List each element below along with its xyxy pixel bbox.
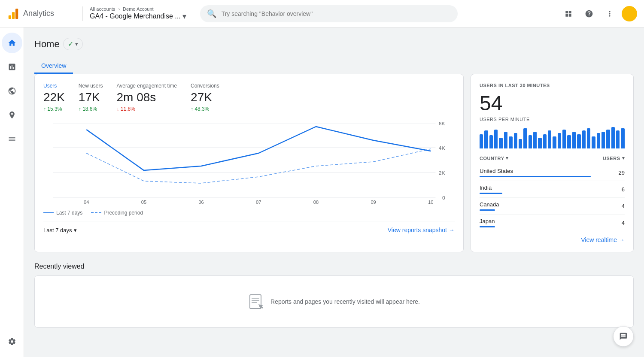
mini-bar (553, 136, 556, 148)
analytics-card: Users 22K ↑ 15.3% New users 17K ↑ 18.6% … (34, 74, 464, 252)
svg-text:10: 10 (428, 200, 434, 205)
tab-overview[interactable]: Overview (34, 59, 73, 74)
account-dropdown-icon: ▾ (182, 12, 186, 21)
view-reports-arrow: → (449, 227, 455, 233)
svg-text:06: 06 (198, 200, 204, 205)
country-row: Canada 4 (480, 198, 625, 215)
country-row-flex: Japan 4 (480, 218, 625, 227)
time-selector[interactable]: Last 7 days ▾ (43, 227, 77, 233)
metric-engagement-label: Average engagement time (117, 83, 177, 89)
metric-users[interactable]: Users 22K ↑ 15.3% (43, 83, 65, 112)
mini-bar (538, 138, 541, 148)
sidebar-item-home[interactable] (2, 33, 22, 53)
mini-bar (587, 128, 590, 148)
grid-view-button[interactable] (560, 5, 577, 22)
sidebar (0, 27, 24, 357)
sidebar-item-configure[interactable] (2, 129, 22, 149)
header-actions (560, 5, 637, 22)
tab-bar: Overview (34, 59, 634, 74)
mini-bar (601, 132, 605, 148)
main-content: Home ✓ ▾ Overview Users 22K ↑ 15.3% (24, 27, 644, 357)
mini-bar (499, 138, 502, 148)
metric-users-change: ↑ 15.3% (43, 106, 65, 112)
svg-text:Nov: Nov (82, 204, 91, 205)
country-bar (480, 176, 591, 177)
country-bar (480, 226, 495, 227)
country-count: 6 (622, 186, 625, 193)
mini-bar (548, 130, 551, 148)
sidebar-item-explore[interactable] (2, 81, 22, 101)
legend-solid: Last 7 days (43, 210, 82, 216)
mini-bar (509, 136, 512, 148)
metric-conversions-value: 27K (191, 91, 219, 104)
metric-engagement[interactable]: Average engagement time 2m 08s ↓ 11.8% (117, 83, 177, 112)
account-selector[interactable]: All accounts › Demo Account GA4 - Google… (82, 6, 186, 21)
sidebar-item-settings[interactable] (2, 331, 22, 352)
metric-conversions-label: Conversions (191, 83, 219, 89)
svg-text:0: 0 (442, 195, 445, 200)
mini-bar (514, 133, 517, 148)
country-table: United States 29 India 6 Canada 4 Japan (480, 164, 625, 231)
mini-bar (621, 128, 624, 148)
status-badge[interactable]: ✓ ▾ (63, 38, 83, 50)
more-options-button[interactable] (601, 5, 618, 22)
country-table-header: COUNTRY ▾ USERS ▾ (480, 155, 625, 161)
metric-new-users-label: New users (79, 83, 103, 89)
help-button[interactable] (580, 5, 598, 22)
country-name: United States (480, 168, 619, 174)
metric-engagement-change: ↓ 11.8% (117, 106, 177, 112)
mini-bar (494, 130, 498, 148)
mini-bar (562, 130, 566, 148)
metrics-row: Users 22K ↑ 15.3% New users 17K ↑ 18.6% … (43, 83, 455, 112)
svg-rect-0 (9, 15, 11, 18)
svg-text:4K: 4K (439, 145, 445, 151)
country-count: 29 (619, 169, 625, 176)
svg-rect-2 (15, 9, 18, 19)
country-name: Canada (480, 201, 622, 208)
recently-viewed-card: Reports and pages you recently visited w… (34, 275, 634, 328)
mini-bar (523, 128, 527, 148)
users-dropdown[interactable]: USERS ▾ (603, 155, 625, 161)
country-name: Japan (480, 218, 622, 224)
realtime-subtitle: USERS PER MINUTE (480, 117, 625, 122)
legend-dashed: Preceding period (91, 210, 143, 216)
mini-bar (577, 134, 580, 148)
page-title: Home (34, 39, 60, 50)
app-title: Analytics (23, 9, 54, 18)
country-dropdown[interactable]: COUNTRY ▾ (480, 155, 509, 161)
mini-bar (558, 133, 561, 148)
avatar[interactable] (622, 6, 637, 21)
country-bar (480, 209, 495, 211)
search-bar[interactable]: 🔍 (200, 5, 458, 22)
realtime-count: 54 (480, 91, 625, 115)
page-title-area: Home ✓ ▾ (34, 38, 83, 50)
view-reports-link[interactable]: View reports snapshot → (388, 227, 455, 233)
legend-dashed-line (91, 212, 101, 213)
country-row: India 6 (480, 181, 625, 198)
property-name[interactable]: GA4 - Google Merchandise ... ▾ (90, 12, 186, 21)
cards-row: Users 22K ↑ 15.3% New users 17K ↑ 18.6% … (34, 74, 634, 252)
app-header: Analytics All accounts › Demo Account GA… (0, 0, 644, 27)
svg-text:6K: 6K (439, 121, 445, 126)
search-input[interactable] (222, 10, 451, 17)
svg-text:05: 05 (141, 200, 147, 205)
view-realtime-link[interactable]: View realtime → (581, 236, 625, 243)
svg-text:07: 07 (256, 200, 261, 205)
card-footer: Last 7 days ▾ View reports snapshot → (43, 221, 455, 233)
logo-area: Analytics (7, 7, 76, 20)
country-bar (480, 193, 502, 194)
realtime-title: USERS IN LAST 30 MINUTES (480, 83, 625, 88)
empty-state: Reports and pages you recently visited w… (248, 293, 420, 310)
metric-new-users[interactable]: New users 17K ↑ 18.6% (79, 83, 103, 112)
chart-legend: Last 7 days Preceding period (43, 210, 455, 216)
metric-conversions[interactable]: Conversions 27K ↑ 48.3% (191, 83, 219, 112)
sidebar-item-advertising[interactable] (2, 105, 22, 125)
svg-text:09: 09 (371, 200, 376, 205)
country-count: 4 (622, 203, 625, 209)
metric-conversions-change: ↑ 48.3% (191, 106, 219, 112)
recently-viewed-section: Recently viewed Reports and pages you re… (34, 263, 634, 328)
mini-bar (582, 130, 586, 148)
sidebar-item-reports[interactable] (2, 57, 22, 77)
feedback-button[interactable] (613, 326, 634, 347)
country-row: United States 29 (480, 164, 625, 181)
